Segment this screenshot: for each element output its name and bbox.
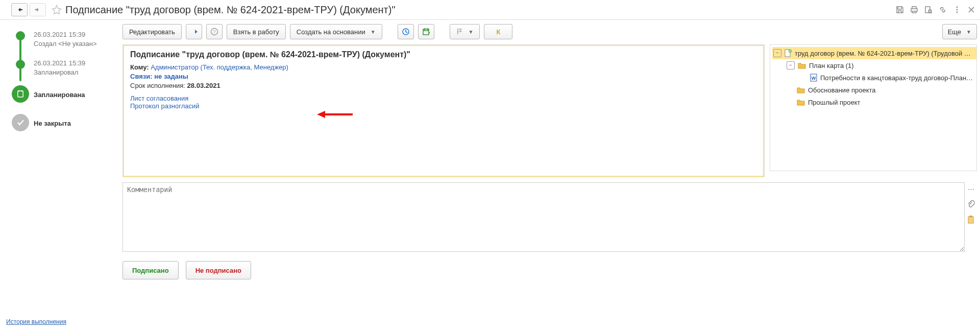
attach-icon[interactable] xyxy=(966,200,975,209)
deadline-line: Срок исполнения: 28.03.2021 xyxy=(130,82,757,89)
arrow-blue-icon xyxy=(190,28,198,36)
task-heading: Подписание "труд договор (врем. № 624-20… xyxy=(130,50,757,59)
tree-label: Прошлый проект xyxy=(808,99,861,106)
tree-label: Потребности в канцтоварах-труд договор-П… xyxy=(820,74,974,82)
more-label: Еще xyxy=(948,28,961,36)
clipboard-icon[interactable] xyxy=(966,215,975,224)
timeline-item: Не закрыта xyxy=(10,116,118,134)
forward-task-button[interactable] xyxy=(186,24,202,39)
timeline-item: 26.03.2021 15:39 Запланировал xyxy=(10,59,118,77)
back-button[interactable] xyxy=(11,3,28,16)
timeline-panel: 26.03.2021 15:39 Создал <Не указан> 26.0… xyxy=(0,20,122,331)
svg-text:W: W xyxy=(812,76,816,81)
tree-item-folder[interactable]: − План карта (1) xyxy=(772,59,976,72)
svg-rect-6 xyxy=(18,91,23,97)
deadline-label: Срок исполнения: xyxy=(130,82,185,89)
favorite-star[interactable] xyxy=(51,4,62,15)
timeline-item: Запланирована xyxy=(10,87,118,106)
tree-item-folder[interactable]: Прошлый проект xyxy=(772,96,976,108)
tree-label: План карта (1) xyxy=(809,62,854,69)
svg-point-3 xyxy=(957,7,958,8)
svg-text:?: ? xyxy=(213,29,215,34)
close-icon[interactable] xyxy=(967,5,976,14)
timeline-item: 26.03.2021 15:39 Создал <Не указан> xyxy=(10,30,118,49)
footer-buttons: Подписано Не подписано xyxy=(122,252,977,279)
timeline-date: 26.03.2021 15:39 xyxy=(34,30,118,39)
deadline-value: 28.03.2021 xyxy=(187,82,220,89)
svg-point-4 xyxy=(957,9,958,11)
chevron-down-icon: ▼ xyxy=(469,29,474,35)
tree-collapse-icon[interactable]: − xyxy=(787,61,795,69)
protocol-link[interactable]: Протокол разногласий xyxy=(130,102,200,110)
tree-item-folder[interactable]: Обоснование проекта xyxy=(772,84,976,96)
k-button[interactable]: К xyxy=(484,24,512,39)
take-to-work-button[interactable]: Взять в работу xyxy=(227,24,286,39)
comment-input[interactable] xyxy=(122,182,965,252)
chevron-down-icon: ▼ xyxy=(371,29,376,35)
timeline-date: 26.03.2021 15:39 xyxy=(34,59,118,68)
to-label: Кому: xyxy=(130,63,149,71)
tree-label: труд договор (врем. № 624-2021-врем-ТРУ)… xyxy=(795,50,974,57)
nav-buttons xyxy=(11,3,46,16)
save-icon[interactable] xyxy=(895,5,904,14)
timeline-not-closed: Не закрыта xyxy=(34,116,118,128)
create-on-base-button[interactable]: Создать на основании ▼ xyxy=(290,24,382,39)
clock-button[interactable] xyxy=(398,24,414,39)
link-icon[interactable] xyxy=(938,5,947,14)
create-on-base-label: Создать на основании xyxy=(297,28,365,36)
arrow-right-icon xyxy=(34,6,41,13)
task-info-panel: Подписание "труд договор (врем. № 624-20… xyxy=(122,44,765,177)
flag-dropdown[interactable]: ▼ xyxy=(450,24,480,39)
calendar-plus-icon xyxy=(422,28,430,36)
timeline-label: Создал <Не указан> xyxy=(34,39,118,49)
more-vert-icon[interactable] xyxy=(952,5,962,14)
tree-label: Обоснование проекта xyxy=(808,86,876,94)
titlebar-actions xyxy=(895,5,976,14)
calendar-add-button[interactable] xyxy=(418,24,434,39)
star-icon xyxy=(52,5,62,15)
page-title: Подписание "труд договор (врем. № 624-20… xyxy=(65,4,895,16)
timeline-dot-icon xyxy=(16,60,25,69)
edit-button[interactable]: Редактировать xyxy=(122,24,182,39)
tree-item-file[interactable]: W Потребности в канцтоварах-труд договор… xyxy=(772,72,976,84)
svg-line-2 xyxy=(931,12,932,13)
main-panel: Редактировать ? Взять в работу Создать н… xyxy=(122,20,980,331)
svg-marker-15 xyxy=(317,111,325,118)
print-icon[interactable] xyxy=(910,5,919,14)
timeline-dot-icon xyxy=(16,31,25,40)
signed-button[interactable]: Подписано xyxy=(122,261,179,279)
annotation-arrow-icon xyxy=(317,109,353,120)
tree-collapse-icon[interactable]: − xyxy=(773,49,781,57)
svg-rect-21 xyxy=(970,216,972,217)
timeline-label: Запланировал xyxy=(34,68,118,77)
planned-icon xyxy=(12,85,29,103)
folder-icon xyxy=(797,99,805,106)
comment-side-icons: ⋯ xyxy=(965,182,977,252)
toolbar: Редактировать ? Взять в работу Создать н… xyxy=(122,22,977,44)
tree-item-root[interactable]: − труд договор (врем. № 624-2021-врем-ТР… xyxy=(772,47,976,59)
not-signed-button[interactable]: Не подписано xyxy=(186,261,251,279)
word-icon: W xyxy=(810,74,817,82)
more-button[interactable]: Еще ▼ xyxy=(942,24,977,39)
flag-icon xyxy=(456,28,463,35)
document-new-icon xyxy=(785,49,792,57)
clock-icon xyxy=(402,28,410,36)
svg-point-5 xyxy=(957,12,958,13)
to-line: Кому: Администратор (Тех. поддержка, Мен… xyxy=(130,63,757,71)
attachments-tree: − труд договор (врем. № 624-2021-врем-ТР… xyxy=(770,44,977,171)
timeline-planned: Запланирована xyxy=(34,87,118,100)
approval-sheet-link[interactable]: Лист согласования xyxy=(130,94,188,102)
history-link[interactable]: История выполнения xyxy=(6,318,66,325)
relations-line[interactable]: Связи: не заданы xyxy=(130,73,757,80)
folder-icon xyxy=(798,62,806,69)
help-button[interactable]: ? xyxy=(206,24,223,39)
forward-button[interactable] xyxy=(30,3,46,16)
to-value[interactable]: Администратор (Тех. поддержка, Менеджер) xyxy=(151,63,288,71)
chevron-down-icon: ▼ xyxy=(966,29,971,35)
svg-rect-20 xyxy=(968,217,973,223)
arrow-left-icon xyxy=(16,6,23,13)
expand-icon[interactable]: ⋯ xyxy=(966,184,975,194)
not-closed-icon xyxy=(12,114,29,131)
question-icon: ? xyxy=(210,28,218,36)
preview-icon[interactable] xyxy=(924,5,933,14)
